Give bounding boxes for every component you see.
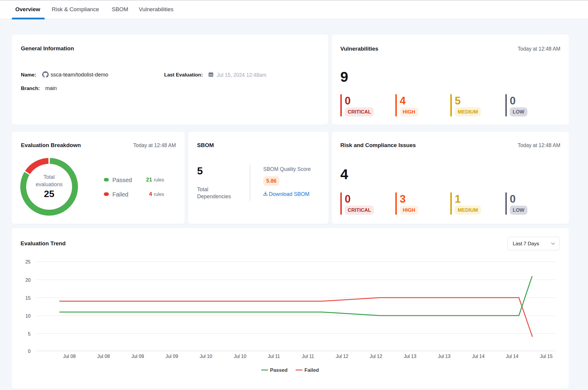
svg-text:Jul 09: Jul 09 (131, 354, 144, 359)
svg-text:Jul 12: Jul 12 (370, 354, 382, 359)
svg-text:10: 10 (25, 314, 31, 319)
svg-text:Jul 13: Jul 13 (404, 354, 417, 359)
svg-text:Jul 08: Jul 08 (63, 354, 76, 359)
svg-text:25: 25 (25, 259, 31, 264)
svg-text:20: 20 (25, 278, 31, 283)
svg-text:Passed: Passed (270, 367, 288, 373)
svg-text:Jul 10: Jul 10 (200, 354, 212, 359)
svg-text:5: 5 (28, 331, 31, 336)
svg-text:15: 15 (25, 296, 31, 301)
svg-text:Jul 08: Jul 08 (97, 354, 110, 359)
svg-text:0: 0 (28, 349, 31, 354)
svg-text:Jul 13: Jul 13 (438, 354, 451, 359)
svg-text:Jul 10: Jul 10 (234, 354, 246, 359)
svg-text:Jul 14: Jul 14 (472, 354, 485, 359)
svg-text:Jul 09: Jul 09 (166, 354, 178, 359)
svg-text:Jul 14: Jul 14 (506, 354, 519, 359)
svg-text:Failed: Failed (304, 367, 319, 373)
svg-text:Jul 11: Jul 11 (268, 354, 280, 359)
svg-text:Jul 11: Jul 11 (302, 354, 314, 359)
svg-text:Jul 15: Jul 15 (540, 354, 553, 359)
svg-text:Jul 12: Jul 12 (336, 354, 349, 359)
